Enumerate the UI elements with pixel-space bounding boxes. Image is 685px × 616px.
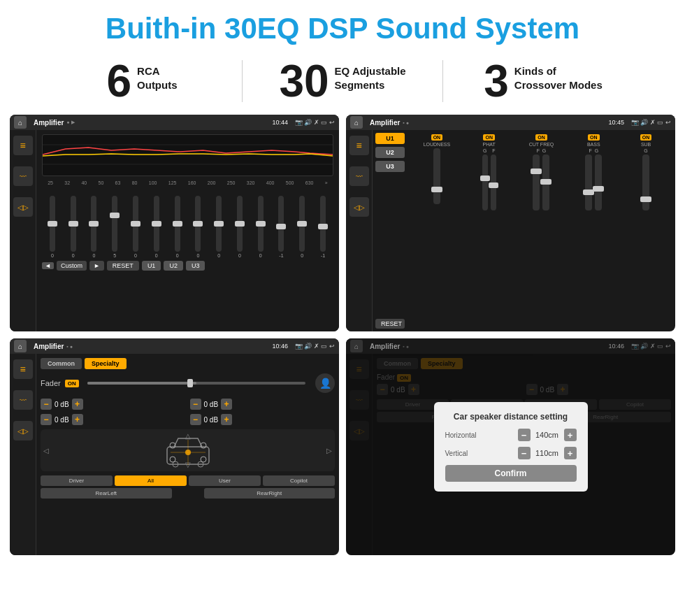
eq-bottom-bar: ◄ Custom ► RESET U1 U2 U3: [42, 261, 333, 271]
fader-sidebar: ≡ 〰 ◁▷: [10, 354, 36, 555]
fader-vol-btn[interactable]: ◁▷: [13, 421, 33, 440]
status-dot-2: ▪ ●: [403, 120, 409, 125]
stat-number-rca: 6: [106, 59, 131, 103]
preset-u1[interactable]: U1: [375, 133, 405, 144]
eq-next-btn[interactable]: ►: [89, 261, 104, 271]
dialog-horizontal-minus[interactable]: −: [518, 429, 531, 441]
dialog-screen: ⌂ Amplifier ▪ ● 10:46 📷 🔊 ✗ ▭ ↩ ≡ 〰 ◁▷ C…: [346, 338, 675, 555]
freq-labels: 2532405063 80100125160200 25032040050063…: [42, 180, 333, 185]
vol-val-topright: 0 dB: [204, 401, 219, 408]
ch-bass-slider2[interactable]: [595, 155, 602, 210]
slider-col-8: 0: [195, 196, 201, 258]
page-title: Buith-in 30EQ DSP Sound System: [0, 0, 685, 52]
plus-topright[interactable]: +: [221, 399, 232, 410]
ch-loudness-on[interactable]: ON: [431, 134, 443, 141]
fader-on-badge[interactable]: ON: [65, 380, 79, 387]
vol-val-bottomleft: 0 dB: [55, 416, 69, 424]
fader-label: Fader: [41, 379, 61, 387]
ch-phat-slider-f[interactable]: [491, 155, 496, 210]
fader-tabs: Common Specialty: [41, 358, 335, 369]
dialog-box: Car speaker distance setting Horizontal …: [434, 402, 588, 492]
status-bar-2: ⌂ Amplifier ▪ ● 10:45 📷 🔊 ✗ ▭ ↩: [346, 115, 675, 130]
stat-label-eq: EQ AdjustableSegments: [335, 59, 406, 92]
btn-all[interactable]: All: [115, 475, 187, 486]
ch-bass-slider[interactable]: [585, 155, 592, 210]
app-name-3: Amplifier: [34, 343, 64, 350]
plus-topleft[interactable]: +: [72, 399, 83, 410]
plus-bottomright[interactable]: +: [221, 414, 232, 425]
dialog-horizontal-plus[interactable]: +: [564, 429, 577, 441]
eq-screen: ⌂ Amplifier ● ▶ 10:44 📷 🔊 ✗ ▭ ↩ ≡ 〰 ◁▷: [10, 115, 339, 331]
btn-driver[interactable]: Driver: [41, 475, 113, 486]
eq-custom-btn[interactable]: Custom: [57, 261, 87, 271]
screens-grid: ⌂ Amplifier ● ▶ 10:44 📷 🔊 ✗ ▭ ↩ ≡ 〰 ◁▷: [0, 112, 685, 562]
amp-vol-btn[interactable]: ◁▷: [349, 197, 369, 217]
slider-col-2: 0: [71, 196, 76, 258]
ch-phat-on[interactable]: ON: [483, 134, 495, 141]
btn-rearright[interactable]: RearRight: [204, 488, 336, 499]
eq-prev-btn[interactable]: ◄: [42, 262, 54, 269]
ch-cutfreq-slider[interactable]: [533, 155, 540, 210]
preset-u2[interactable]: U2: [375, 147, 405, 158]
vol-bottomright: − 0 dB +: [190, 414, 336, 425]
minus-bottomright[interactable]: −: [190, 414, 201, 425]
tab-common[interactable]: Common: [41, 358, 82, 369]
home-icon-3[interactable]: ⌂: [14, 340, 27, 352]
eq-u1-btn[interactable]: U1: [142, 261, 161, 271]
ch-phat-slider-g[interactable]: [482, 155, 488, 210]
tab-specialty[interactable]: Specialty: [85, 358, 127, 369]
dialog-horizontal-label: Horizontal: [445, 431, 477, 439]
slider-col-5: 0: [133, 196, 138, 258]
ch-cutfreq-slider2[interactable]: [542, 155, 549, 210]
vol-topleft: − 0 dB +: [41, 399, 186, 410]
minus-bottomleft[interactable]: −: [41, 414, 52, 425]
time-3: 10:46: [272, 343, 288, 350]
amp-reset-btn[interactable]: RESET: [375, 319, 405, 329]
status-dot-3: ▪ ●: [66, 344, 73, 349]
eq-u3-btn[interactable]: U3: [186, 261, 206, 271]
vol-bottomleft: − 0 dB +: [41, 414, 186, 425]
minus-topleft[interactable]: −: [41, 399, 52, 410]
slider-col-12: -1: [278, 196, 284, 258]
fader-wave-btn[interactable]: 〰: [13, 390, 33, 410]
eq-wave-btn[interactable]: 〰: [13, 166, 33, 186]
eq-u2-btn[interactable]: U2: [164, 261, 183, 271]
amp-wave-btn[interactable]: 〰: [349, 166, 369, 186]
eq-preset-btn[interactable]: ≡: [13, 136, 33, 155]
eq-reset-btn[interactable]: RESET: [107, 261, 139, 271]
dialog-vertical-ctrl: − 110cm +: [518, 447, 577, 459]
dialog-vertical-minus[interactable]: −: [518, 447, 531, 459]
ch-sub-on[interactable]: ON: [640, 134, 652, 141]
btn-rearleft[interactable]: RearLeft: [41, 488, 172, 499]
dialog-confirm-btn[interactable]: Confirm: [445, 465, 577, 482]
plus-bottomleft[interactable]: +: [72, 414, 83, 425]
status-dot-1: ● ▶: [66, 120, 74, 125]
amp-presets: U1 U2 U3 RESET: [373, 130, 408, 331]
eq-sliders: 0 0 0 5 0: [42, 188, 333, 258]
btn-copilot[interactable]: Copilot: [263, 475, 335, 486]
dialog-overlay: Car speaker distance setting Horizontal …: [346, 338, 675, 555]
stat-crossover: 3 Kinds ofCrossover Modes: [443, 59, 643, 103]
stat-label-rca: RCAOutputs: [137, 59, 178, 92]
vol-val-topleft: 0 dB: [55, 401, 69, 408]
vol-topright: − 0 dB +: [190, 399, 336, 410]
eq-vol-btn[interactable]: ◁▷: [13, 197, 33, 217]
fader-bottom-btns-row2: RearLeft RearRight: [41, 488, 335, 499]
dialog-vertical-value: 110cm: [533, 449, 561, 457]
dialog-vertical-plus[interactable]: +: [564, 447, 577, 459]
btn-user[interactable]: User: [189, 475, 261, 486]
fader-preset-btn[interactable]: ≡: [13, 359, 33, 379]
home-icon-2[interactable]: ⌂: [350, 116, 363, 129]
ch-bass: ON BASS F G: [568, 134, 619, 210]
amp-screen2: ⌂ Amplifier ▪ ● 10:45 📷 🔊 ✗ ▭ ↩ ≡ 〰 ◁▷ U…: [346, 115, 675, 331]
time-2: 10:45: [608, 119, 624, 126]
preset-u3[interactable]: U3: [375, 161, 405, 172]
ch-bass-on[interactable]: ON: [588, 134, 600, 141]
minus-topright[interactable]: −: [190, 399, 201, 410]
ch-sub-slider[interactable]: [642, 155, 649, 210]
ch-sub: ON SUB G: [621, 134, 671, 210]
ch-cutfreq-on[interactable]: ON: [535, 134, 547, 141]
ch-loudness-slider[interactable]: [433, 148, 440, 204]
amp-preset-btn[interactable]: ≡: [349, 136, 369, 155]
home-icon-1[interactable]: ⌂: [14, 116, 27, 129]
